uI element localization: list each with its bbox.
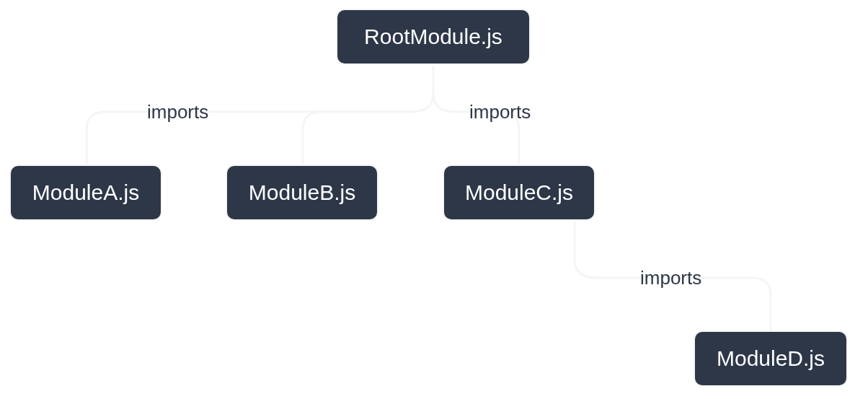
node-module-a: ModuleA.js	[9, 165, 162, 221]
edge-label-c-d: imports	[634, 266, 707, 291]
node-module-b: ModuleB.js	[226, 165, 378, 221]
node-module-c-label: ModuleC.js	[465, 180, 573, 205]
edge-label-root-a: imports	[141, 100, 214, 125]
node-module-c: ModuleC.js	[443, 165, 595, 221]
node-module-d: ModuleD.js	[694, 330, 848, 387]
node-module-a-label: ModuleA.js	[32, 180, 139, 205]
node-root-module-label: RootModule.js	[364, 25, 502, 49]
edge-label-root-c: imports	[464, 100, 536, 125]
node-module-d-label: ModuleD.js	[717, 346, 825, 371]
node-module-b-label: ModuleB.js	[249, 180, 355, 205]
node-root-module: RootModule.js	[336, 9, 531, 65]
